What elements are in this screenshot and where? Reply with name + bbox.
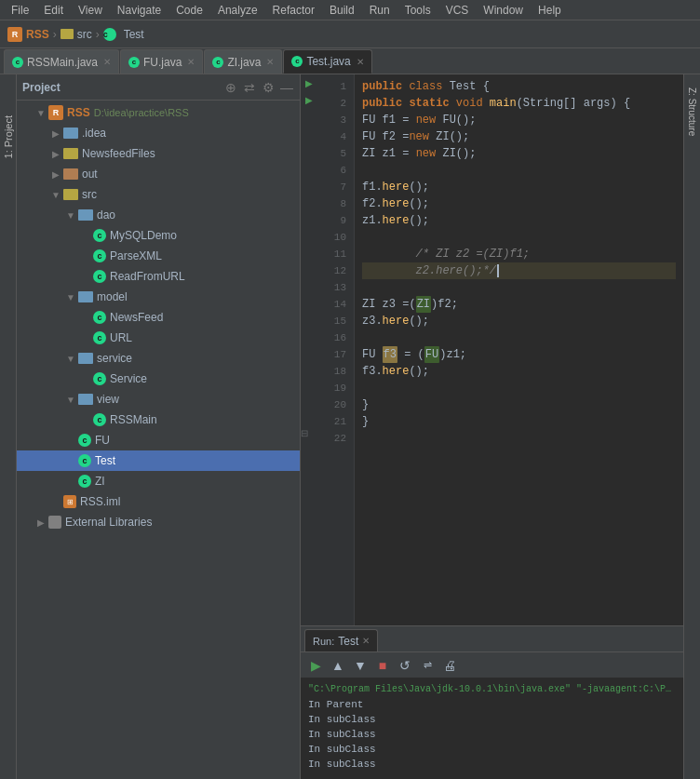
menu-refactor[interactable]: Refactor [265, 0, 322, 20]
run-tab[interactable]: Run: Test ✕ [304, 629, 378, 651]
menu-navigate[interactable]: Navigate [110, 0, 168, 20]
f2-ref: f2. [362, 195, 383, 212]
f1-ref: f1. [362, 179, 383, 195]
tree-item-zi[interactable]: c ZI [17, 471, 300, 491]
tree-item-model[interactable]: ▼ model [17, 287, 300, 307]
tab-test-close[interactable]: ✕ [357, 57, 364, 67]
toolbar-layout-btn[interactable]: ⇄ [242, 80, 257, 95]
dao-folder-icon [78, 209, 93, 221]
menu-file[interactable]: File [4, 0, 36, 20]
toolbar-minimize-btn[interactable]: — [279, 80, 294, 95]
bottom-tabs: Run: Test ✕ [301, 626, 683, 652]
toolbar-settings-btn[interactable]: ⚙ [261, 80, 276, 95]
ln-19: 19 [317, 380, 346, 396]
menu-build[interactable]: Build [322, 0, 362, 20]
tree-item-parsexml[interactable]: c ParseXML [17, 246, 300, 266]
tree-item-idea[interactable]: ▶ .idea [17, 123, 300, 143]
ext-lib-icon [48, 516, 61, 529]
f3-assign-2: )z1; [439, 346, 466, 363]
wrap-btn[interactable]: ⇌ [418, 656, 437, 675]
run-arrow-spacer15 [301, 342, 317, 359]
service-arrow: ▼ [65, 353, 76, 364]
kw-static: static [409, 95, 455, 112]
run-arrow-spacer16 [301, 359, 317, 376]
tree-item-rss[interactable]: ▼ R RSS D:\idea\practice\RSS [17, 102, 300, 123]
tree-item-fu[interactable]: c FU [17, 430, 300, 450]
menu-window[interactable]: Window [476, 0, 531, 20]
scroll-up-btn[interactable]: ▲ [329, 656, 347, 675]
menu-tools[interactable]: Tools [397, 0, 438, 20]
breadcrumb-src[interactable]: src [77, 28, 92, 41]
cast-fu-type: FU [425, 348, 438, 361]
tab-test[interactable]: c Test.java ✕ [283, 49, 371, 74]
rerun-btn[interactable]: ↺ [396, 656, 414, 675]
tree-item-service-folder[interactable]: ▼ service [17, 348, 300, 369]
dao-arrow: ▼ [65, 209, 76, 221]
menu-help[interactable]: Help [531, 0, 569, 20]
readfromurl-label: ReadFromURL [110, 270, 185, 283]
tree-item-service[interactable]: c Service [17, 369, 300, 389]
tab-rssmain-close[interactable]: ✕ [103, 57, 111, 67]
structure-panel-label[interactable]: Z: Structure [685, 84, 699, 140]
ln-11: 11 [317, 246, 346, 262]
run-arrow-spacer19 [301, 410, 317, 426]
scroll-down-btn[interactable]: ▼ [351, 656, 370, 675]
code-line-4: FU f2 =new ZI(); [362, 128, 676, 145]
tree-item-src[interactable]: ▼ src [17, 184, 300, 205]
rss-project-icon: R [7, 27, 22, 42]
code-editor[interactable]: public class Test { public static void m… [355, 74, 683, 625]
tree-item-rss-iml[interactable]: ⊞ RSS.iml [17, 491, 300, 512]
menu-edit[interactable]: Edit [36, 0, 71, 20]
tab-rssmain[interactable]: c RSSMain.java ✕ [4, 49, 119, 74]
tree-item-rssmain[interactable]: c RSSMain [17, 410, 300, 430]
menu-vcs[interactable]: VCS [438, 0, 477, 20]
tree-item-url[interactable]: c URL [17, 328, 300, 348]
run-tab-close[interactable]: ✕ [362, 636, 370, 646]
ln-9: 9 [317, 212, 346, 229]
here-call-1: (); [409, 179, 429, 195]
model-folder-icon [78, 291, 93, 302]
menu-code[interactable]: Code [168, 0, 210, 20]
editor-area: ▶ ▶ ⊟ [301, 74, 683, 779]
tab-bar: c RSSMain.java ✕ c FU.java ✕ c ZI.java ✕… [0, 48, 700, 74]
ln-18: 18 [317, 363, 346, 380]
class-name: Test [450, 78, 483, 95]
stop-btn[interactable]: ■ [373, 656, 392, 675]
tree-item-readfromurl[interactable]: c ReadFromURL [17, 266, 300, 287]
tab-fu[interactable]: c FU.java ✕ [120, 49, 203, 74]
breadcrumb-current[interactable]: Test [124, 28, 144, 41]
menu-view[interactable]: View [71, 0, 110, 20]
here-method-4: here [383, 313, 410, 329]
tree-item-dao[interactable]: ▼ dao [17, 205, 300, 225]
src-label: src [82, 188, 97, 201]
rss-iml-label: RSS.iml [80, 495, 120, 508]
tree-item-mysqldemo[interactable]: c MySQLDemo [17, 225, 300, 246]
view-arrow: ▼ [65, 394, 76, 405]
tab-zi[interactable]: c ZI.java ✕ [204, 49, 282, 74]
print-btn[interactable]: 🖨 [440, 656, 459, 675]
tree-item-out[interactable]: ▶ out [17, 164, 300, 184]
here-call-3: (); [409, 212, 429, 229]
console-output-line-3: In subClass [308, 727, 676, 742]
newsfeed-files-label: NewsfeedFiles [82, 147, 155, 160]
menu-analyze[interactable]: Analyze [210, 0, 265, 20]
project-panel-label[interactable]: 1: Project [1, 112, 16, 162]
tree-item-newsfeed[interactable]: c NewsFeed [17, 307, 300, 328]
toolbar-add-btn[interactable]: ⊕ [223, 80, 238, 95]
tree-item-view[interactable]: ▼ view [17, 389, 300, 410]
run-arrow-1[interactable]: ▶ [301, 74, 317, 91]
tree-item-test[interactable]: c Test [17, 450, 300, 471]
tree-item-newsfeed-files[interactable]: ▶ NewsfeedFiles [17, 143, 300, 164]
breadcrumb-project[interactable]: RSS [26, 28, 49, 41]
play-btn[interactable]: ▶ [306, 656, 325, 675]
model-arrow: ▼ [65, 291, 76, 302]
left-side-panel: 1: Project [0, 74, 17, 779]
tree-item-ext-libs[interactable]: ▶ External Libraries [17, 512, 300, 532]
tab-zi-close[interactable]: ✕ [266, 57, 274, 67]
menu-run[interactable]: Run [362, 0, 397, 20]
run-arrow-2[interactable]: ▶ [301, 91, 317, 108]
console-cmd-line: "C:\Program Files\Java\jdk-10.0.1\bin\ja… [308, 682, 676, 697]
tab-fu-close[interactable]: ✕ [187, 57, 195, 67]
code-line-3: FU f1 = new FU(); [362, 112, 676, 128]
run-arrow-fold20[interactable]: ⊟ [301, 426, 317, 443]
